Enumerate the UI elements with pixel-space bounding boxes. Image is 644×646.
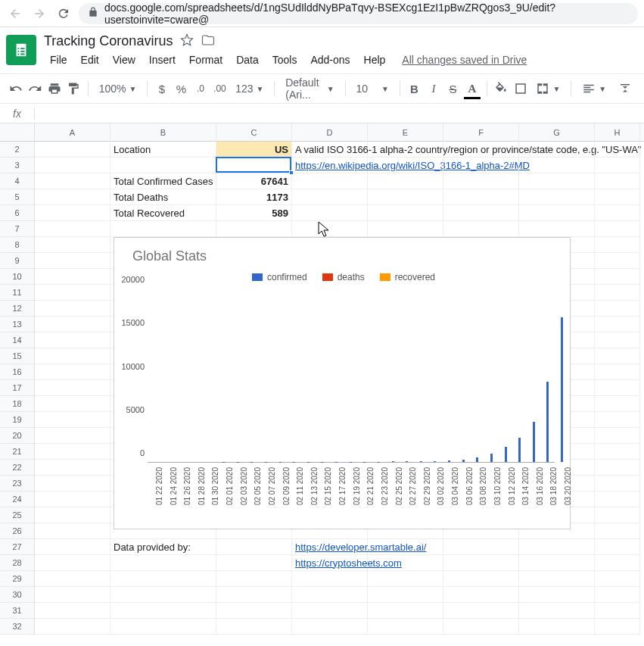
cell-g2[interactable] bbox=[519, 142, 595, 158]
borders-button[interactable] bbox=[512, 79, 528, 98]
cell-c6[interactable]: 589 bbox=[216, 205, 292, 221]
cell-h15[interactable] bbox=[595, 348, 640, 364]
back-button[interactable] bbox=[6, 5, 24, 23]
cell-b2[interactable]: Location bbox=[110, 142, 216, 158]
cell-h13[interactable] bbox=[595, 317, 640, 332]
cell-b30[interactable] bbox=[110, 587, 216, 603]
cell-f31[interactable] bbox=[443, 603, 519, 619]
row-header[interactable]: 7 bbox=[0, 221, 34, 237]
cell-a10[interactable] bbox=[35, 269, 110, 285]
cell-h25[interactable] bbox=[595, 507, 640, 523]
row-header[interactable]: 17 bbox=[0, 380, 34, 396]
reload-button[interactable] bbox=[54, 5, 73, 23]
row-header[interactable]: 9 bbox=[0, 253, 34, 269]
cell-a31[interactable] bbox=[35, 603, 110, 619]
menu-edit[interactable]: Edit bbox=[75, 51, 105, 69]
cell-e4[interactable] bbox=[368, 173, 443, 189]
cell-a19[interactable] bbox=[35, 412, 110, 428]
cell-a25[interactable] bbox=[35, 507, 110, 523]
cell-b6[interactable]: Total Recovered bbox=[110, 205, 216, 221]
cell-a2[interactable] bbox=[35, 142, 110, 158]
merge-cells-button[interactable]: ▼ bbox=[531, 79, 565, 98]
cell-f5[interactable] bbox=[443, 189, 519, 205]
zoom-dropdown[interactable]: 100%▼ bbox=[95, 79, 142, 98]
formula-input[interactable] bbox=[35, 104, 644, 123]
cell-e30[interactable] bbox=[368, 587, 443, 603]
row-header[interactable]: 3 bbox=[0, 158, 34, 173]
cell-d4[interactable] bbox=[292, 173, 368, 189]
row-header[interactable]: 15 bbox=[0, 348, 34, 364]
cell-f30[interactable] bbox=[443, 587, 519, 603]
increase-decimal-button[interactable]: .00 bbox=[212, 79, 228, 98]
cell-f32[interactable] bbox=[443, 619, 519, 635]
cell-a14[interactable] bbox=[35, 332, 110, 348]
cell-g31[interactable] bbox=[519, 603, 595, 619]
col-header-b[interactable]: B bbox=[110, 123, 216, 142]
col-header-d[interactable]: D bbox=[292, 123, 368, 142]
cell-h19[interactable] bbox=[595, 412, 640, 428]
cell-h3[interactable] bbox=[595, 158, 640, 173]
cell-g7[interactable] bbox=[519, 221, 595, 237]
row-header[interactable]: 14 bbox=[0, 332, 34, 348]
strikethrough-button[interactable]: S bbox=[445, 79, 461, 98]
text-color-button[interactable]: A bbox=[464, 79, 480, 98]
cell-h21[interactable] bbox=[595, 444, 640, 460]
cell-h17[interactable] bbox=[595, 380, 640, 396]
cell-e3[interactable] bbox=[368, 158, 443, 173]
row-header[interactable]: 16 bbox=[0, 364, 34, 380]
cell-g3[interactable] bbox=[519, 158, 595, 173]
cell-a21[interactable] bbox=[35, 444, 110, 460]
row-header[interactable]: 22 bbox=[0, 460, 34, 476]
row-header[interactable]: 2 bbox=[0, 142, 34, 158]
cell-h4[interactable] bbox=[595, 173, 640, 189]
cell-f28[interactable] bbox=[443, 555, 519, 571]
undo-button[interactable] bbox=[8, 79, 23, 98]
row-header[interactable]: 30 bbox=[0, 587, 34, 603]
cell-f2[interactable] bbox=[443, 142, 519, 158]
cell-e31[interactable] bbox=[368, 603, 443, 619]
cell-d31[interactable] bbox=[292, 603, 368, 619]
row-header[interactable]: 32 bbox=[0, 619, 34, 635]
cell-a11[interactable] bbox=[35, 285, 110, 301]
cell-h22[interactable] bbox=[595, 460, 640, 476]
row-header[interactable]: 6 bbox=[0, 205, 34, 221]
cell-b4[interactable]: Total Confirmed Cases bbox=[110, 173, 216, 189]
menu-format[interactable]: Format bbox=[183, 51, 229, 69]
cell-a5[interactable] bbox=[35, 189, 110, 205]
row-header[interactable]: 26 bbox=[0, 523, 34, 539]
cell-a28[interactable] bbox=[35, 555, 110, 571]
cell-g6[interactable] bbox=[519, 205, 595, 221]
cell-b3[interactable] bbox=[110, 158, 216, 173]
cell-d32[interactable] bbox=[292, 619, 368, 635]
cell-d29[interactable] bbox=[292, 571, 368, 587]
cell-d3[interactable]: https://en.wikipedia.org/wiki/ISO_3166-1… bbox=[292, 158, 368, 173]
cell-g27[interactable] bbox=[519, 539, 595, 555]
menu-addons[interactable]: Add-ons bbox=[304, 51, 356, 69]
cell-c31[interactable] bbox=[216, 603, 292, 619]
col-header-g[interactable]: G bbox=[519, 123, 595, 142]
row-header[interactable]: 23 bbox=[0, 476, 34, 492]
cell-a17[interactable] bbox=[35, 380, 110, 396]
percent-button[interactable]: % bbox=[173, 79, 189, 98]
cell-e28[interactable] bbox=[368, 555, 443, 571]
save-status[interactable]: All changes saved in Drive bbox=[402, 54, 527, 66]
menu-help[interactable]: Help bbox=[358, 51, 392, 69]
cell-c29[interactable] bbox=[216, 571, 292, 587]
cell-b32[interactable] bbox=[110, 619, 216, 635]
cell-e6[interactable] bbox=[368, 205, 443, 221]
font-size-dropdown[interactable]: 10▼ bbox=[351, 79, 393, 98]
col-header-f[interactable]: F bbox=[443, 123, 519, 142]
fill-handle[interactable] bbox=[289, 170, 294, 175]
print-button[interactable] bbox=[46, 79, 62, 98]
decrease-decimal-button[interactable]: .0 bbox=[192, 79, 208, 98]
italic-button[interactable]: I bbox=[425, 79, 441, 98]
spreadsheet-grid[interactable]: 2345678910111213141516171819202122232425… bbox=[0, 142, 644, 635]
cell-c3[interactable] bbox=[216, 158, 292, 173]
menu-insert[interactable]: Insert bbox=[143, 51, 182, 69]
cell-c27[interactable] bbox=[216, 539, 292, 555]
chart[interactable]: Global Stats confirmed deaths recovered … bbox=[114, 237, 571, 529]
cell-f3[interactable] bbox=[443, 158, 519, 173]
row-header[interactable]: 24 bbox=[0, 492, 34, 507]
cell-a9[interactable] bbox=[35, 253, 110, 269]
cell-d2[interactable]: A valid ISO 3166-1 alpha-2 country/regio… bbox=[292, 142, 368, 158]
